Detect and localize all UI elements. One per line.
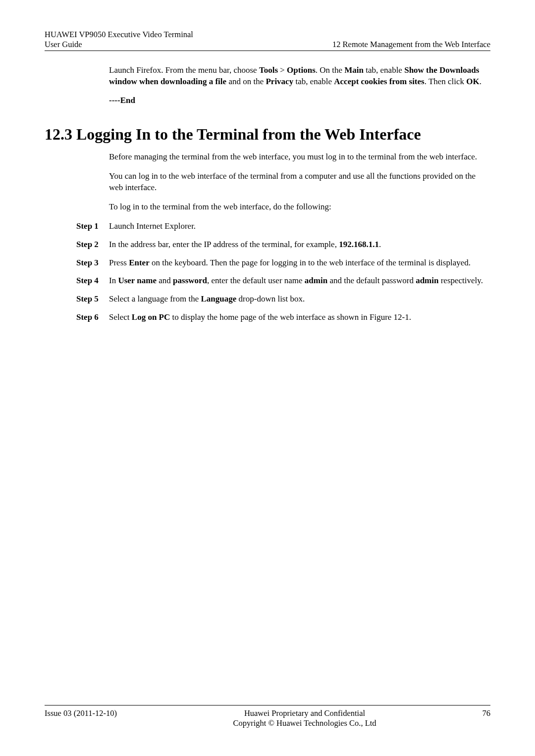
page-body: Launch Firefox. From the menu bar, choos… <box>45 51 490 323</box>
end-mark: ----End <box>109 96 490 105</box>
header-doc-type: User Guide <box>45 40 193 50</box>
footer-center: Huawei Proprietary and Confidential Copy… <box>144 708 466 728</box>
header-left: HUAWEI VP9050 Executive Video Terminal U… <box>45 30 193 50</box>
footer-proprietary: Huawei Proprietary and Confidential <box>144 708 466 718</box>
section-para-2: You can log in to the web interface of t… <box>109 171 490 194</box>
page-footer: Issue 03 (2011-12-10) Huawei Proprietary… <box>45 705 490 728</box>
step-label: Step 6 <box>76 312 109 323</box>
header-product: HUAWEI VP9050 Executive Video Terminal <box>45 30 193 40</box>
section-heading: 12.3 Logging In to the Terminal from the… <box>45 125 490 144</box>
step-label: Step 4 <box>76 275 109 287</box>
step-label: Step 3 <box>76 257 109 269</box>
intro-paragraph: Launch Firefox. From the menu bar, choos… <box>109 65 490 88</box>
footer-copyright: Copyright © Huawei Technologies Co., Ltd <box>144 718 466 728</box>
header-right: 12 Remote Management from the Web Interf… <box>332 40 490 50</box>
step-row: Step 1Launch Internet Explorer. <box>109 221 490 232</box>
step-row: Step 4In User name and password, enter t… <box>109 275 490 287</box>
footer-page-number: 76 <box>466 708 490 718</box>
step-text: In User name and password, enter the def… <box>109 275 490 287</box>
section-para-3: To log in to the terminal from the web i… <box>109 202 490 213</box>
step-label: Step 2 <box>76 239 109 251</box>
step-text: In the address bar, enter the IP address… <box>109 239 490 251</box>
step-text: Press Enter on the keyboard. Then the pa… <box>109 257 490 269</box>
step-row: Step 3Press Enter on the keyboard. Then … <box>109 257 490 269</box>
step-text: Select a language from the Language drop… <box>109 294 490 305</box>
steps-list: Step 1Launch Internet Explorer.Step 2In … <box>109 221 490 324</box>
section-para-1: Before managing the terminal from the we… <box>109 151 490 163</box>
step-row: Step 2In the address bar, enter the IP a… <box>109 239 490 251</box>
step-label: Step 5 <box>76 294 109 305</box>
step-row: Step 5Select a language from the Languag… <box>109 294 490 305</box>
step-row: Step 6Select Log on PC to display the ho… <box>109 312 490 323</box>
step-label: Step 1 <box>76 221 109 232</box>
footer-issue: Issue 03 (2011-12-10) <box>45 708 144 718</box>
page-header: HUAWEI VP9050 Executive Video Terminal U… <box>45 30 490 51</box>
step-text: Launch Internet Explorer. <box>109 221 490 232</box>
step-text: Select Log on PC to display the home pag… <box>109 312 490 323</box>
header-chapter: 12 Remote Management from the Web Interf… <box>332 40 490 50</box>
